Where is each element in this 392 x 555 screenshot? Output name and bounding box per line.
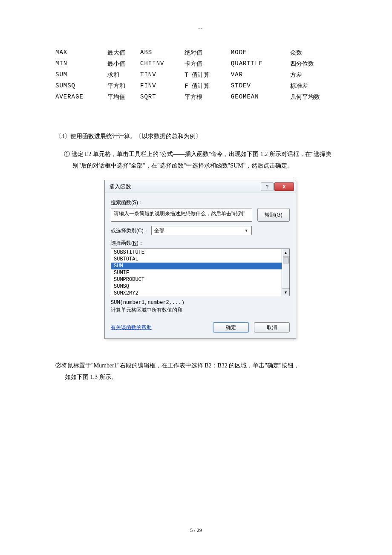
func-name: SUM bbox=[55, 69, 107, 81]
table-row: MAX 最大值 ABS 绝对值 MODE 众数 bbox=[55, 47, 345, 58]
func-desc: 求和 bbox=[107, 69, 141, 81]
search-input[interactable]: 请输入一条简短的说明来描述您想做什么，然后单击"转到" bbox=[111, 208, 252, 222]
scroll-up-icon[interactable]: ▲ bbox=[283, 249, 289, 257]
dialog-titlebar[interactable]: 插入函数 ? X bbox=[105, 180, 296, 193]
func-name: MODE bbox=[231, 47, 290, 58]
step-1-text: ① 选定 E2 单元格，单击工具栏上的"公式——插入函数"命令，出现如下图 1.… bbox=[64, 149, 345, 171]
list-item-selected[interactable]: SUM bbox=[111, 263, 282, 269]
function-table: MAX 最大值 ABS 绝对值 MODE 众数 MIN 最小值 CHIINV 卡… bbox=[55, 47, 345, 103]
step-2-text: ②将鼠标置于"Mumber1"右段的编辑框，在工作表中选择 B2：B32 的区域… bbox=[55, 360, 345, 383]
func-desc: 平均值 bbox=[107, 92, 141, 103]
section-title: 〔3〕使用函数进展统计计算。〔以求数据的总和为例〕 bbox=[55, 133, 345, 140]
func-name: SQRT bbox=[140, 92, 184, 103]
table-row: SUM 求和 TINV T 值计算 VAR 方差 bbox=[55, 69, 345, 81]
func-name: AVERAGE bbox=[55, 92, 107, 103]
func-name: TINV bbox=[140, 69, 184, 81]
func-name: VAR bbox=[231, 69, 290, 81]
list-item[interactable]: SUMX2MY2 bbox=[111, 290, 282, 296]
table-row: AVERAGE 平均值 SQRT 平方根 GEOMEAN 几何平均数 bbox=[55, 92, 345, 103]
listbox-scrollbar[interactable]: ▲ ▼ bbox=[282, 249, 290, 296]
func-name: STDEV bbox=[231, 81, 290, 92]
func-desc: 标准差 bbox=[290, 81, 345, 92]
page-number: 5 / 29 bbox=[0, 527, 392, 534]
select-function-label: 选择函数(N)： bbox=[111, 240, 290, 247]
help-button[interactable]: ? bbox=[261, 182, 274, 191]
scroll-thumb[interactable] bbox=[283, 257, 289, 263]
func-desc: 绝对值 bbox=[184, 47, 231, 58]
search-label: 搜索函数(S)： bbox=[111, 199, 290, 206]
func-name: GEOMEAN bbox=[231, 92, 290, 103]
func-name: ABS bbox=[140, 47, 184, 58]
func-name: MAX bbox=[55, 47, 107, 58]
category-label: 或选择类别(C)： bbox=[111, 227, 149, 234]
scroll-down-icon[interactable]: ▼ bbox=[282, 288, 289, 296]
list-item[interactable]: SUBSTITUTE bbox=[111, 249, 282, 256]
func-name: QUARTILE bbox=[231, 58, 290, 69]
func-name: FINV bbox=[140, 81, 184, 92]
func-desc: 方差 bbox=[290, 69, 345, 81]
dialog-title: 插入函数 bbox=[109, 183, 260, 191]
func-name: MIN bbox=[55, 58, 107, 69]
func-desc: 平方和 bbox=[107, 81, 141, 92]
list-item[interactable]: SUMIF bbox=[111, 269, 282, 276]
list-item[interactable]: SUMSQ bbox=[111, 283, 282, 290]
func-desc: 最小值 bbox=[107, 58, 141, 69]
func-desc: 四分位数 bbox=[290, 58, 345, 69]
dropdown-arrow-icon: ▼ bbox=[243, 227, 250, 234]
func-desc: 几何平均数 bbox=[290, 92, 345, 103]
func-desc: 众数 bbox=[290, 47, 345, 58]
close-button[interactable]: X bbox=[274, 182, 294, 191]
function-syntax: SUM(number1,number2,...) bbox=[111, 300, 290, 306]
func-desc: F 值计算 bbox=[184, 81, 231, 92]
func-desc: T 值计算 bbox=[184, 69, 231, 81]
func-name: SUMSQ bbox=[55, 81, 107, 92]
function-listbox[interactable]: SUBSTITUTE SUBTOTAL SUM SUMIF SUMPRODUCT… bbox=[111, 249, 282, 296]
header-mark: - - bbox=[55, 26, 345, 30]
ok-button[interactable]: 确定 bbox=[213, 322, 249, 332]
help-link[interactable]: 有关该函数的帮助 bbox=[111, 324, 152, 331]
table-row: MIN 最小值 CHIINV 卡方值 QUARTILE 四分位数 bbox=[55, 58, 345, 69]
func-desc: 卡方值 bbox=[184, 58, 231, 69]
list-item[interactable]: SUBTOTAL bbox=[111, 256, 282, 263]
func-name: CHIINV bbox=[140, 58, 184, 69]
category-select[interactable]: 全部 ▼ bbox=[151, 226, 252, 235]
func-desc: 最大值 bbox=[107, 47, 141, 58]
function-description: 计算单元格区域中所有数值的和 bbox=[111, 306, 290, 314]
category-value: 全部 bbox=[154, 227, 164, 234]
insert-function-dialog: 插入函数 ? X 搜索函数(S)： 请输入一条简短的说明来描述您想做什么，然后单… bbox=[104, 180, 296, 339]
cancel-button[interactable]: 取消 bbox=[254, 322, 290, 332]
goto-button[interactable]: 转到(G) bbox=[257, 208, 290, 222]
table-row: SUMSQ 平方和 FINV F 值计算 STDEV 标准差 bbox=[55, 81, 345, 92]
func-desc: 平方根 bbox=[184, 92, 231, 103]
list-item[interactable]: SUMPRODUCT bbox=[111, 276, 282, 283]
